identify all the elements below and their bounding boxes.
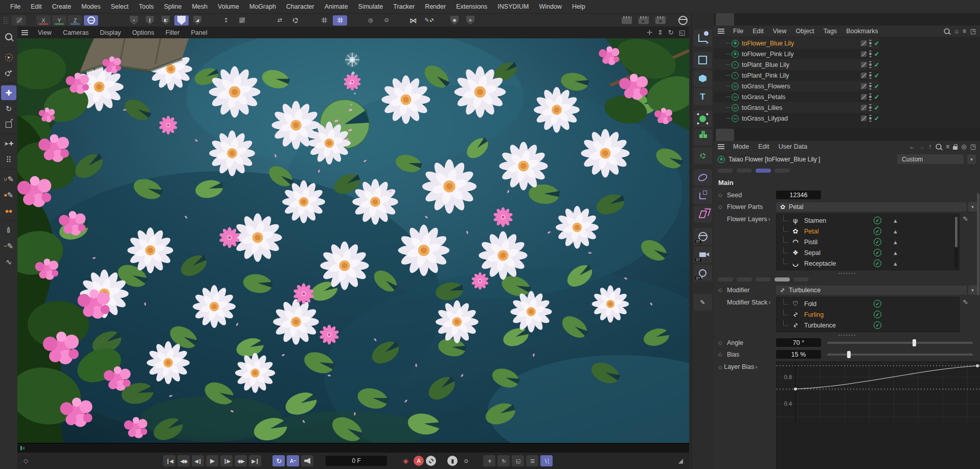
keyframe-selection-icon[interactable]: ◇	[24, 457, 28, 464]
record-keyframe-button[interactable]: ◈	[399, 455, 412, 466]
layer-enabled-icon[interactable]	[874, 227, 881, 235]
spline-pen-tool[interactable]: ∪✎	[1, 172, 16, 186]
flower-parts-dropdown-arrow[interactable]	[968, 202, 977, 212]
objects-menu-item[interactable]: View	[768, 26, 791, 36]
attribute-tab[interactable]	[737, 169, 752, 173]
objects-hamburger-icon[interactable]	[718, 29, 724, 30]
rotate-tool[interactable]: ↻	[1, 101, 16, 116]
poly-pen-tool[interactable]: ◆◆	[1, 203, 16, 218]
modifier-tab[interactable]	[774, 277, 790, 282]
menubar-item[interactable]: Help	[567, 1, 590, 13]
layer-bias-curve[interactable]: 0.8 0.4	[776, 361, 980, 469]
flower-layer-row[interactable]: Receptacle	[777, 258, 959, 269]
workplane-button[interactable]	[235, 15, 249, 26]
key-param-toggle[interactable]: ◱	[512, 455, 524, 466]
annotate-pencil-button[interactable]: ✎	[694, 294, 712, 311]
modifier-tab[interactable]	[756, 277, 771, 282]
menubar-item[interactable]: Extensions	[451, 1, 492, 13]
popout-icon[interactable]: ◳	[970, 28, 976, 35]
menubar-item[interactable]: Render	[420, 1, 451, 13]
snap-move-button[interactable]: ⇄	[272, 15, 287, 26]
enable-check-icon[interactable]	[874, 115, 879, 122]
objects-menu-item[interactable]: File	[728, 26, 748, 36]
modifier-tab[interactable]	[737, 277, 752, 282]
auto-shield-button[interactable]: A	[463, 15, 477, 26]
mode-edges-button[interactable]: ❙	[143, 15, 157, 26]
volumes-button[interactable]	[694, 206, 712, 223]
visibility-dots-icon[interactable]	[869, 93, 872, 100]
menubar-item[interactable]: Edit	[26, 1, 47, 13]
objects-menu-item[interactable]: Tags	[819, 26, 841, 36]
seed-input[interactable]: 12346	[776, 191, 821, 199]
menubar-item[interactable]: Window	[534, 1, 566, 13]
list-scrollbar[interactable]	[954, 216, 958, 268]
viewport-search-button[interactable]	[1, 28, 16, 45]
primitive-objects-button[interactable]	[694, 70, 712, 87]
flower-layer-row[interactable]: Pistil	[777, 237, 959, 247]
editor-toggle-icon[interactable]	[861, 115, 867, 121]
popout-icon[interactable]: ◳	[970, 143, 976, 150]
modeling-objects-button[interactable]	[694, 129, 712, 146]
object-tree-row[interactable]: toGrass_Petals	[714, 91, 879, 102]
editor-toggle-icon[interactable]	[861, 51, 867, 57]
render-picture-viewer-button[interactable]: ▶	[636, 15, 651, 26]
angle-input[interactable]: 70 °	[776, 338, 821, 347]
grid-button[interactable]	[317, 15, 331, 26]
param-diamond-icon[interactable]	[718, 340, 727, 345]
editor-toggle-icon[interactable]	[861, 73, 867, 78]
editor-toggle-icon[interactable]	[861, 94, 867, 100]
menubar-item[interactable]: File	[5, 1, 26, 13]
search-icon[interactable]	[944, 28, 950, 34]
move-tool[interactable]: ✚	[1, 85, 16, 100]
divider-dots[interactable]	[714, 333, 980, 337]
interactive-render-region-button[interactable]	[676, 15, 690, 26]
spline-primitives-button[interactable]	[694, 52, 712, 68]
modifier-stack-row[interactable]: Fold	[777, 298, 959, 309]
simulation-button[interactable]: ◎	[363, 15, 378, 26]
keyframe-settings-button[interactable]	[426, 456, 436, 466]
attributes-menu-item[interactable]: Mode	[728, 142, 754, 152]
objects-menu-item[interactable]: Edit	[748, 26, 768, 36]
flower-layer-row[interactable]: Petal	[777, 226, 959, 237]
viewport-canvas-pond-scene[interactable]	[17, 38, 689, 443]
insydium-butterfly-button[interactable]: ⋈	[406, 15, 420, 26]
viewport-menu-item[interactable]: Panel	[185, 28, 213, 38]
mograph-button[interactable]	[694, 147, 712, 164]
menubar-item[interactable]: Spline	[159, 1, 187, 13]
key-layers-toggle[interactable]: ☰	[526, 455, 538, 466]
chevron-right-icon[interactable]	[768, 216, 770, 223]
flower-parts-dropdown[interactable]: Petal	[776, 202, 967, 212]
autokey-button[interactable]: A	[414, 456, 424, 466]
enable-check-icon[interactable]	[874, 40, 879, 47]
layer-enabled-icon[interactable]	[874, 249, 881, 256]
param-diamond-icon[interactable]	[718, 204, 727, 209]
flower-layer-row[interactable]: Stamen	[777, 215, 959, 226]
fields-button[interactable]	[694, 187, 712, 204]
lock-icon[interactable]	[953, 146, 958, 150]
objects-menu-item[interactable]: Bookmarks	[841, 26, 883, 36]
play-button[interactable]: ▶	[206, 455, 218, 466]
enable-check-icon[interactable]	[874, 61, 879, 68]
angle-slider[interactable]	[827, 342, 973, 344]
object-tree-row[interactable]: toGrass_Flowers	[714, 81, 879, 91]
sculpt-squiggle-tool[interactable]: ∿	[1, 254, 16, 269]
layer-enabled-icon[interactable]	[874, 260, 881, 267]
editor-toggle-icon[interactable]	[861, 40, 867, 46]
next-key-button[interactable]: ◆▶	[235, 455, 247, 466]
modifier-enabled-icon[interactable]	[874, 300, 881, 308]
axis-lock-button[interactable]: Y	[52, 15, 66, 26]
menubar-item[interactable]: Character	[281, 1, 320, 13]
param-diamond-icon[interactable]	[718, 287, 727, 293]
key-pos-toggle[interactable]: ✛	[483, 455, 495, 466]
panel-tab[interactable]	[716, 13, 734, 26]
viewport-menu-item[interactable]: View	[32, 28, 57, 38]
loop-playback-button[interactable]: ↻	[272, 455, 285, 466]
spline-primitive-tool[interactable]: ■✎	[1, 187, 16, 202]
play-all-frames-button[interactable]: A┅	[287, 455, 299, 466]
layer-enabled-icon[interactable]	[874, 217, 881, 224]
editor-toggle-icon[interactable]	[861, 83, 867, 89]
visibility-dots-icon[interactable]	[869, 40, 872, 46]
object-tree-row[interactable]: toFlower_Blue Lily	[714, 38, 879, 49]
editor-toggle-icon[interactable]	[861, 62, 867, 67]
visibility-dots-icon[interactable]	[869, 61, 872, 68]
